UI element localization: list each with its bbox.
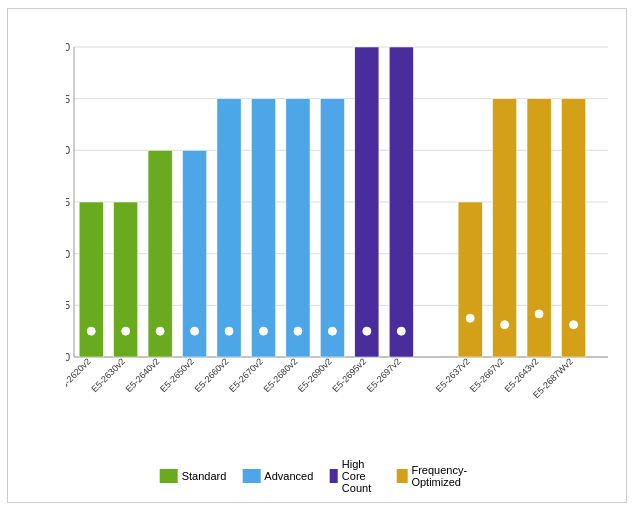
legend-item: Frequency-Optimized [397,464,475,488]
svg-text:E5-2670v2: E5-2670v2 [227,356,265,394]
svg-point-23 [156,327,164,335]
svg-text:30: 30 [66,42,70,53]
legend-color [242,469,260,483]
legend-color [397,469,408,483]
svg-rect-43 [389,47,413,357]
y-axis-label [10,44,30,412]
legend-label: High Core Count [342,458,381,494]
svg-point-41 [363,327,371,335]
svg-text:E5-2630v2: E5-2630v2 [89,356,127,394]
svg-text:0: 0 [66,352,70,363]
legend-item: Advanced [242,469,313,483]
svg-rect-28 [217,98,241,356]
svg-rect-40 [355,47,379,357]
svg-point-56 [570,320,578,328]
legend-label: Standard [182,470,227,482]
svg-point-17 [87,327,95,335]
svg-point-20 [122,327,130,335]
svg-text:E5-2660v2: E5-2660v2 [193,356,231,394]
svg-rect-49 [493,98,517,356]
svg-rect-46 [458,202,482,357]
chart-svg: 051015202530E5-2620v2E5-2630v2E5-2640v2E… [66,37,616,407]
svg-rect-55 [561,98,585,356]
legend-label: Advanced [264,470,313,482]
svg-point-47 [466,314,474,322]
svg-rect-31 [251,98,275,356]
svg-text:E5-2637v2: E5-2637v2 [434,356,472,394]
svg-text:20: 20 [66,145,70,156]
svg-text:15: 15 [66,197,70,208]
legend-color [160,469,178,483]
svg-rect-34 [286,98,310,356]
svg-point-53 [535,309,543,317]
svg-text:10: 10 [66,248,70,259]
svg-rect-25 [183,150,207,357]
svg-point-38 [328,327,336,335]
legend-color [329,469,338,483]
svg-text:E5-2697v2: E5-2697v2 [365,356,403,394]
legend-label: Frequency-Optimized [411,464,474,488]
chart-legend: StandardAdvancedHigh Core CountFrequency… [160,458,475,494]
svg-text:E5-2690v2: E5-2690v2 [296,356,334,394]
svg-rect-37 [320,98,344,356]
svg-point-44 [397,327,405,335]
legend-item: Standard [160,469,227,483]
legend-item: High Core Count [329,458,380,494]
svg-text:25: 25 [66,93,70,104]
svg-text:E5-2695v2: E5-2695v2 [330,356,368,394]
svg-text:E5-2640v2: E5-2640v2 [124,356,162,394]
svg-point-50 [501,320,509,328]
chart-container: 051015202530E5-2620v2E5-2630v2E5-2640v2E… [7,8,627,503]
svg-text:5: 5 [66,300,70,311]
svg-text:E5-2680v2: E5-2680v2 [261,356,299,394]
svg-point-35 [294,327,302,335]
svg-text:E5-2650v2: E5-2650v2 [158,356,196,394]
svg-point-32 [259,327,267,335]
svg-text:E5-2667v2: E5-2667v2 [468,356,506,394]
svg-point-26 [191,327,199,335]
svg-rect-22 [148,150,172,357]
chart-title [8,9,626,21]
svg-point-29 [225,327,233,335]
